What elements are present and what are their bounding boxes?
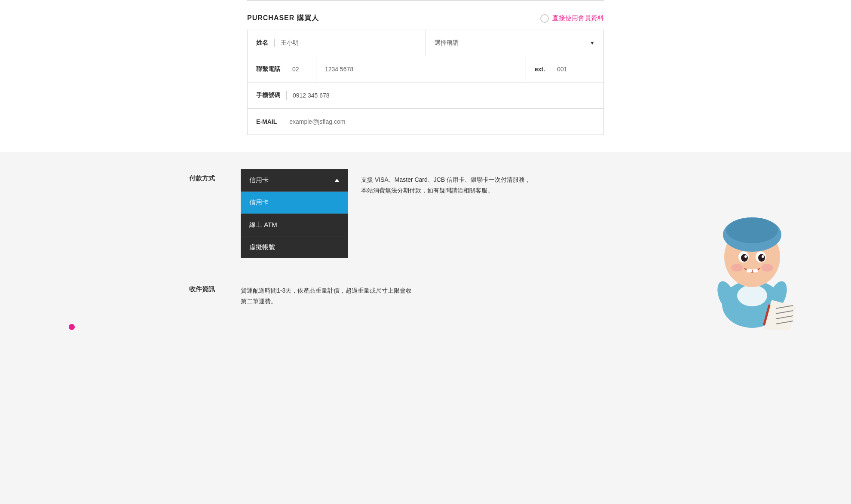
payment-section-label: 付款方式 — [189, 169, 241, 183]
svg-rect-14 — [753, 269, 758, 272]
mobile-input[interactable] — [293, 92, 595, 99]
mobile-row: 手機號碼 — [248, 82, 603, 109]
delivery-desc-line1: 貨運配送時間1-3天，依產品重量計價，超過重量或尺寸上限會收 — [241, 285, 662, 296]
dropdown-selected-label: 信用卡 — [249, 176, 269, 184]
mobile-label: 手機號碼 — [256, 92, 280, 99]
name-salutation-row: 姓名 選擇稱謂 ▼ — [248, 30, 603, 56]
top-divider — [247, 0, 604, 1]
phone-number-input[interactable] — [325, 66, 517, 73]
name-cell: 姓名 — [248, 30, 426, 56]
name-divider — [274, 39, 275, 47]
mascot-svg — [705, 205, 799, 330]
svg-point-10 — [762, 255, 764, 258]
svg-point-7 — [741, 254, 748, 262]
email-label: E-MAIL — [256, 118, 277, 125]
phone-row: 聯繫電話 ext. — [248, 56, 603, 82]
page-wrapper: PURCHASER 購買人 直接使用會員資料 姓名 選擇稱謂 — [0, 0, 851, 330]
dropdown-item-credit-card[interactable]: 信用卡 — [241, 192, 348, 214]
purchaser-form: 姓名 選擇稱謂 ▼ 聯繫電話 — [247, 30, 604, 135]
svg-point-1 — [737, 285, 767, 306]
dropdown-item-virtual-account[interactable]: 虛擬帳號 — [241, 236, 348, 258]
purchaser-container: PURCHASER 購買人 直接使用會員資料 姓名 選擇稱謂 — [247, 14, 604, 135]
salutation-label: 選擇稱謂 — [435, 39, 459, 47]
bottom-section: 付款方式 信用卡 信用卡 線上 ATM 虛擬帳號 支援 VIS — [0, 152, 851, 330]
use-member-data-button[interactable]: 直接使用會員資料 — [540, 14, 604, 23]
dropdown-list: 信用卡 線上 ATM 虛擬帳號 — [241, 191, 348, 258]
svg-point-4 — [726, 217, 778, 243]
dropdown-arrow-up-icon — [334, 179, 340, 182]
dropdown-trigger[interactable]: 信用卡 — [241, 169, 348, 191]
delivery-section-label: 收件資訊 — [189, 280, 241, 293]
purchaser-section: PURCHASER 購買人 直接使用會員資料 姓名 選擇稱謂 — [0, 0, 851, 152]
purchaser-title: PURCHASER 購買人 — [247, 14, 319, 23]
svg-rect-13 — [747, 269, 752, 272]
svg-point-12 — [761, 264, 773, 272]
phone-label: 聯繫電話 — [256, 65, 280, 73]
name-label: 姓名 — [256, 39, 268, 47]
salutation-cell[interactable]: 選擇稱謂 ▼ — [426, 30, 604, 56]
phone-area-input[interactable] — [292, 66, 309, 73]
email-divider — [283, 117, 283, 126]
delivery-row: 收件資訊 貨運配送時間1-3天，依產品重量計價，超過重量或尺寸上限會收 第二筆運… — [189, 267, 662, 320]
phone-label-cell: 聯繫電話 — [248, 56, 316, 82]
salutation-arrow-icon: ▼ — [590, 40, 595, 46]
payment-description: 支援 VISA、Master Card、JCB 信用卡、銀聯卡一次付清服務， 本… — [361, 169, 531, 196]
svg-point-8 — [758, 254, 765, 262]
payment-content: 信用卡 信用卡 線上 ATM 虛擬帳號 支援 VISA、Master Card、… — [241, 169, 531, 258]
name-input[interactable] — [281, 40, 417, 46]
ext-input[interactable] — [557, 66, 632, 73]
ext-cell: ext. — [526, 56, 603, 82]
dropdown-item-atm[interactable]: 線上 ATM — [241, 214, 348, 236]
email-cell: E-MAIL — [248, 109, 603, 134]
mobile-cell: 手機號碼 — [248, 82, 603, 108]
email-input[interactable] — [289, 118, 595, 125]
payment-row: 付款方式 信用卡 信用卡 線上 ATM 虛擬帳號 支援 VIS — [189, 169, 662, 267]
svg-point-11 — [731, 264, 743, 272]
delivery-description: 貨運配送時間1-3天，依產品重量計價，超過重量或尺寸上限會收 第二筆運費。 — [241, 280, 662, 307]
delivery-desc-line2: 第二筆運費。 — [241, 296, 662, 307]
phone-number-cell — [316, 56, 526, 82]
purchaser-header: PURCHASER 購買人 直接使用會員資料 — [247, 14, 604, 23]
payment-desc-line2: 本站消費無法分期付款，如有疑問請洽相關客服。 — [361, 185, 531, 196]
mascot-character — [705, 205, 799, 330]
use-member-label: 直接使用會員資料 — [552, 14, 604, 22]
mobile-divider — [286, 91, 287, 100]
svg-point-9 — [744, 255, 747, 258]
ext-label: ext. — [535, 66, 545, 73]
payment-desc-line1: 支援 VISA、Master Card、JCB 信用卡、銀聯卡一次付清服務， — [361, 174, 531, 185]
payment-dropdown[interactable]: 信用卡 信用卡 線上 ATM 虛擬帳號 — [241, 169, 348, 258]
radio-button[interactable] — [540, 14, 549, 23]
email-row: E-MAIL — [248, 109, 603, 134]
bottom-dot — [69, 324, 75, 330]
